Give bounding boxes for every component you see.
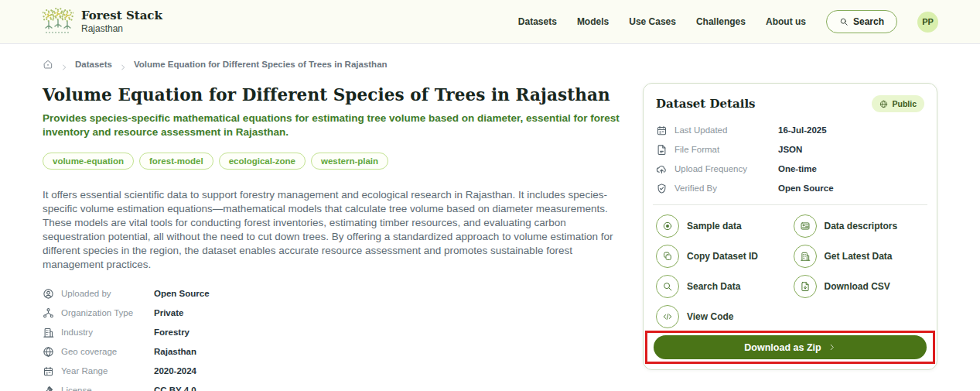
calendar-icon — [43, 365, 54, 377]
card-action-button[interactable]: Get Latest Data — [794, 245, 925, 268]
download-as-zip-label: Download as Zip — [744, 342, 821, 353]
target-dot-icon — [662, 221, 673, 232]
meta-label: Organization Type — [61, 308, 135, 317]
card-meta-label: File Format — [674, 145, 760, 154]
cloud-upload-icon — [656, 163, 668, 175]
card-meta-row: Upload Frequency One-time — [656, 163, 924, 175]
brand-title: Forest Stack — [81, 9, 162, 22]
card-title: Dataset Details — [656, 97, 756, 111]
nav-item[interactable]: About us — [766, 16, 806, 27]
building-icon — [43, 327, 54, 338]
shield-check-icon — [656, 183, 668, 194]
code-icon — [662, 311, 673, 322]
card-meta-value: Open Source — [778, 183, 834, 193]
card-action-button[interactable]: Search Data — [656, 275, 787, 298]
card-action-button[interactable]: Data descriptors — [794, 214, 925, 238]
card-action-label: View Code — [687, 311, 733, 322]
card-action-button[interactable]: Download CSV — [794, 275, 925, 298]
public-badge: Public — [872, 95, 924, 112]
id-card-icon — [800, 221, 811, 232]
meta-label: Uploaded by — [61, 289, 135, 298]
public-badge-label: Public — [892, 99, 917, 108]
globe-icon — [879, 100, 888, 108]
nav-links: Datasets Models Use Cases Challenges Abo… — [518, 10, 938, 33]
download-as-zip-button[interactable]: Download as Zip — [654, 335, 927, 359]
card-meta-row: Verified By Open Source — [656, 182, 924, 194]
dataset-details-card: Dataset Details Public Last Updated 16-J… — [643, 83, 937, 370]
card-action-button[interactable]: Sample data — [656, 214, 787, 238]
forest-stack-logo-icon — [43, 6, 73, 37]
card-meta-value: JSON — [778, 145, 802, 154]
card-meta-value: 16-Jul-2025 — [778, 125, 827, 135]
nav-item[interactable]: Datasets — [518, 16, 557, 27]
chevron-right-icon — [60, 60, 68, 68]
highlight-box: Download as Zip — [645, 331, 935, 364]
search-icon — [662, 281, 673, 292]
card-actions-grid: Sample data Data descriptors Copy Datase… — [656, 214, 924, 328]
file-download-icon — [800, 281, 811, 292]
meta-value: Private — [154, 308, 183, 317]
card-action-button[interactable]: View Code — [656, 305, 787, 328]
chevron-right-icon — [119, 60, 127, 68]
top-navigation-bar: Forest Stack Rajasthan Datasets Models U… — [0, 0, 980, 44]
building-icon — [800, 251, 811, 262]
tag-pill[interactable]: western-plain — [311, 153, 388, 170]
card-action-label: Data descriptors — [825, 221, 898, 232]
org-chart-icon — [43, 307, 54, 319]
nav-item[interactable]: Use Cases — [629, 16, 676, 27]
meta-value: Forestry — [154, 328, 190, 337]
file-icon — [656, 144, 668, 156]
calendar-icon — [656, 125, 668, 136]
tag-pill[interactable]: forest-model — [139, 153, 213, 170]
globe-icon — [43, 346, 54, 358]
card-meta-row: Last Updated 16-Jul-2025 — [656, 124, 924, 136]
chevron-right-icon — [828, 343, 836, 352]
tag-pill[interactable]: ecological-zone — [219, 153, 306, 170]
dataset-detail-page: Forest Stack Rajasthan Datasets Models U… — [0, 0, 980, 391]
card-meta-list: Last Updated 16-Jul-2025 File Format JSO… — [656, 124, 924, 194]
search-icon — [839, 17, 849, 26]
dataset-description: It offers essential scientific data to s… — [43, 188, 624, 271]
user-circle-icon — [43, 288, 54, 300]
card-meta-value: One-time — [778, 164, 817, 173]
nav-item[interactable]: Challenges — [696, 16, 746, 27]
home-icon[interactable] — [43, 59, 53, 70]
breadcrumb-datasets-link[interactable]: Datasets — [75, 60, 112, 69]
meta-label: Year Range — [61, 366, 135, 376]
copy-icon — [662, 251, 673, 262]
meta-label: Industry — [61, 328, 135, 337]
card-action-label: Sample data — [687, 221, 742, 232]
meta-value: Open Source — [154, 289, 210, 298]
card-action-label: Search Data — [687, 281, 740, 292]
breadcrumb: Datasets Volume Equation for Different S… — [43, 59, 980, 70]
card-meta-label: Verified By — [674, 183, 760, 193]
meta-value: CC BY 4.0 — [154, 386, 196, 391]
breadcrumb-current-page: Volume Equation for Different Species of… — [134, 60, 388, 69]
brand-text: Forest Stack Rajasthan — [81, 9, 162, 34]
card-meta-label: Last Updated — [674, 125, 760, 135]
page-subtitle: Provides species-specific mathematical e… — [43, 111, 621, 139]
search-button-label: Search — [853, 16, 884, 27]
card-header: Dataset Details Public — [656, 95, 924, 112]
meta-label: License — [61, 386, 135, 391]
search-button[interactable]: Search — [826, 10, 897, 33]
card-divider — [653, 204, 927, 205]
card-action-label: Download CSV — [825, 281, 890, 292]
card-meta-row: File Format JSON — [656, 143, 924, 156]
gavel-icon — [43, 385, 54, 391]
meta-row: License CC BY 4.0 — [43, 384, 980, 391]
meta-label: Geo coverage — [61, 347, 135, 356]
nav-item[interactable]: Models — [577, 16, 609, 27]
tag-pill[interactable]: volume-equation — [43, 153, 134, 170]
brand-subtitle: Rajasthan — [81, 23, 162, 34]
meta-value: 2020-2024 — [154, 366, 196, 376]
card-action-label: Copy Dataset ID — [687, 251, 758, 262]
card-action-button[interactable]: Copy Dataset ID — [656, 245, 787, 268]
card-action-label: Get Latest Data — [825, 251, 893, 262]
meta-value: Rajasthan — [154, 347, 196, 356]
brand[interactable]: Forest Stack Rajasthan — [43, 6, 162, 37]
user-avatar[interactable]: PP — [917, 12, 938, 33]
card-meta-label: Upload Frequency — [674, 164, 760, 173]
